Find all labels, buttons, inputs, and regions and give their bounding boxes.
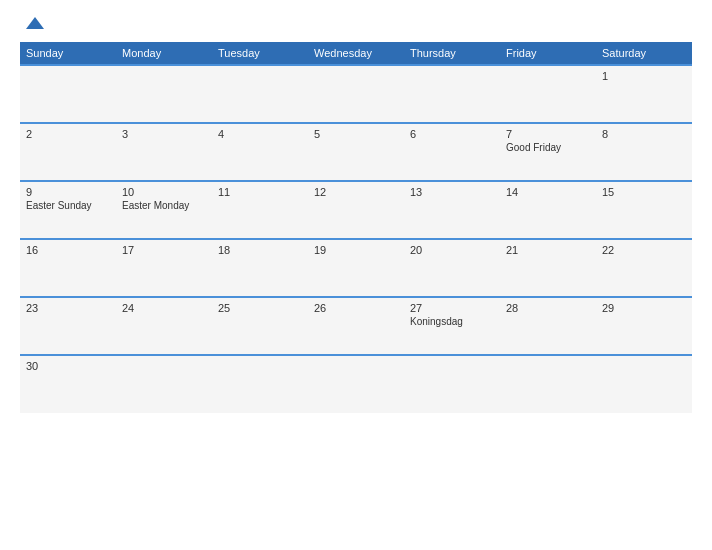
calendar-cell: 27Koningsdag — [404, 297, 500, 355]
day-number: 14 — [506, 186, 590, 198]
calendar-cell: 28 — [500, 297, 596, 355]
day-number: 4 — [218, 128, 302, 140]
calendar-cell: 20 — [404, 239, 500, 297]
day-event: Koningsdag — [410, 316, 494, 327]
calendar-cell: 18 — [212, 239, 308, 297]
calendar-cell: 10Easter Monday — [116, 181, 212, 239]
calendar-cell: 2 — [20, 123, 116, 181]
calendar-header — [20, 16, 692, 32]
calendar-cell — [404, 355, 500, 413]
calendar-cell: 14 — [500, 181, 596, 239]
col-saturday: Saturday — [596, 42, 692, 65]
day-number: 6 — [410, 128, 494, 140]
day-number: 5 — [314, 128, 398, 140]
col-tuesday: Tuesday — [212, 42, 308, 65]
calendar-cell: 8 — [596, 123, 692, 181]
calendar-cell: 7Good Friday — [500, 123, 596, 181]
col-friday: Friday — [500, 42, 596, 65]
calendar-cell: 15 — [596, 181, 692, 239]
calendar-table: Sunday Monday Tuesday Wednesday Thursday… — [20, 42, 692, 413]
calendar-week-row: 2324252627Koningsdag2829 — [20, 297, 692, 355]
day-number: 21 — [506, 244, 590, 256]
calendar-cell: 24 — [116, 297, 212, 355]
calendar-cell: 4 — [212, 123, 308, 181]
calendar-cell: 26 — [308, 297, 404, 355]
day-number: 28 — [506, 302, 590, 314]
calendar-cell — [404, 65, 500, 123]
calendar-cell — [116, 355, 212, 413]
calendar-cell: 23 — [20, 297, 116, 355]
col-sunday: Sunday — [20, 42, 116, 65]
calendar-cell: 12 — [308, 181, 404, 239]
day-number: 17 — [122, 244, 206, 256]
calendar-cell: 21 — [500, 239, 596, 297]
calendar-week-row: 234567Good Friday8 — [20, 123, 692, 181]
calendar-cell: 29 — [596, 297, 692, 355]
day-number: 11 — [218, 186, 302, 198]
day-number: 20 — [410, 244, 494, 256]
calendar-cell: 13 — [404, 181, 500, 239]
calendar-cell — [308, 65, 404, 123]
calendar-cell — [20, 65, 116, 123]
day-number: 15 — [602, 186, 686, 198]
calendar-header-row: Sunday Monday Tuesday Wednesday Thursday… — [20, 42, 692, 65]
day-number: 27 — [410, 302, 494, 314]
day-number: 19 — [314, 244, 398, 256]
calendar-cell: 1 — [596, 65, 692, 123]
calendar-cell — [500, 65, 596, 123]
calendar-cell: 6 — [404, 123, 500, 181]
day-number: 13 — [410, 186, 494, 198]
calendar-body: 1234567Good Friday89Easter Sunday10Easte… — [20, 65, 692, 413]
calendar-week-row: 1 — [20, 65, 692, 123]
day-number: 16 — [26, 244, 110, 256]
col-monday: Monday — [116, 42, 212, 65]
day-event: Easter Sunday — [26, 200, 110, 211]
day-number: 23 — [26, 302, 110, 314]
calendar-cell: 25 — [212, 297, 308, 355]
calendar-cell: 11 — [212, 181, 308, 239]
day-number: 10 — [122, 186, 206, 198]
calendar-week-row: 9Easter Sunday10Easter Monday1112131415 — [20, 181, 692, 239]
calendar-week-row: 16171819202122 — [20, 239, 692, 297]
day-number: 29 — [602, 302, 686, 314]
day-event: Easter Monday — [122, 200, 206, 211]
day-number: 8 — [602, 128, 686, 140]
day-number: 2 — [26, 128, 110, 140]
calendar-cell: 19 — [308, 239, 404, 297]
day-number: 9 — [26, 186, 110, 198]
calendar-cell — [500, 355, 596, 413]
day-number: 3 — [122, 128, 206, 140]
calendar-cell: 16 — [20, 239, 116, 297]
calendar-cell: 17 — [116, 239, 212, 297]
calendar-cell — [596, 355, 692, 413]
day-number: 1 — [602, 70, 686, 82]
day-number: 22 — [602, 244, 686, 256]
day-number: 7 — [506, 128, 590, 140]
calendar-cell — [212, 65, 308, 123]
day-number: 30 — [26, 360, 110, 372]
calendar-cell — [212, 355, 308, 413]
calendar-cell: 5 — [308, 123, 404, 181]
day-number: 18 — [218, 244, 302, 256]
logo — [20, 16, 50, 32]
col-wednesday: Wednesday — [308, 42, 404, 65]
day-number: 24 — [122, 302, 206, 314]
day-number: 12 — [314, 186, 398, 198]
day-number: 25 — [218, 302, 302, 314]
calendar-cell: 22 — [596, 239, 692, 297]
day-number: 26 — [314, 302, 398, 314]
calendar-cell — [308, 355, 404, 413]
calendar-cell: 9Easter Sunday — [20, 181, 116, 239]
calendar-page: Sunday Monday Tuesday Wednesday Thursday… — [0, 0, 712, 550]
calendar-cell — [116, 65, 212, 123]
day-event: Good Friday — [506, 142, 590, 153]
svg-marker-0 — [26, 17, 44, 29]
calendar-cell: 3 — [116, 123, 212, 181]
calendar-week-row: 30 — [20, 355, 692, 413]
col-thursday: Thursday — [404, 42, 500, 65]
calendar-cell: 30 — [20, 355, 116, 413]
logo-flag-icon — [24, 15, 46, 31]
